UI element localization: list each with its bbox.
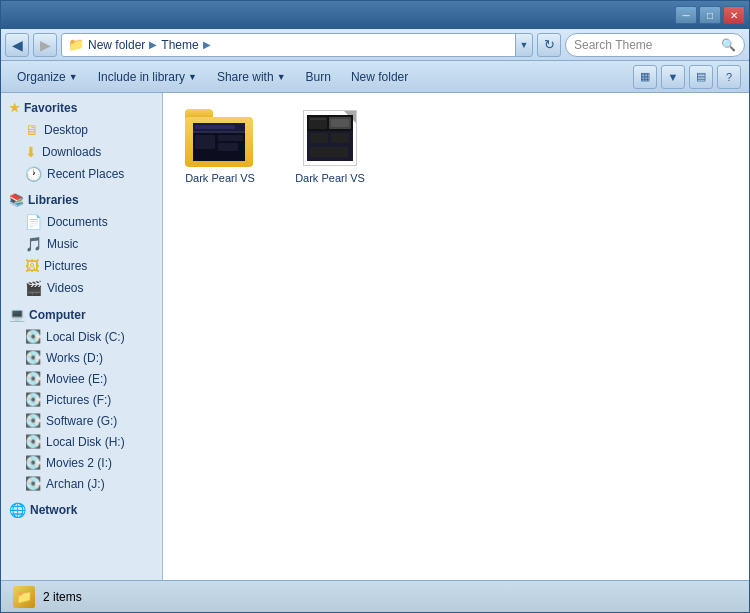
address-bar: ◀ ▶ 📁 New folder ▶ Theme ▶ ▼ ↻ Search Th… — [1, 29, 749, 61]
downloads-icon: ⬇ — [25, 144, 37, 160]
burn-button[interactable]: Burn — [298, 65, 339, 89]
libraries-icon: 📚 — [9, 193, 24, 207]
moviee-icon: 💽 — [25, 371, 41, 386]
softwareg-icon: 💽 — [25, 413, 41, 428]
share-with-button[interactable]: Share with ▼ — [209, 65, 294, 89]
svg-rect-12 — [331, 119, 349, 127]
help-button[interactable]: ? — [717, 65, 741, 89]
include-chevron: ▼ — [188, 72, 197, 82]
file-item-msstyles[interactable]: Dark Pearl VS — [285, 105, 375, 189]
recent-icon: 🕐 — [25, 166, 42, 182]
breadcrumb-part2[interactable]: Theme — [161, 38, 198, 52]
network-section: 🌐 Network — [1, 498, 162, 522]
sidebar-item-works[interactable]: 💽 Works (D:) — [1, 347, 162, 368]
breadcrumb[interactable]: 📁 New folder ▶ Theme ▶ — [61, 33, 518, 57]
sidebar-item-moviee[interactable]: 💽 Moviee (E:) — [1, 368, 162, 389]
view-dropdown-arrow: ▼ — [668, 71, 679, 83]
vs-preview-thumbnail — [193, 123, 245, 161]
favorites-icon: ★ — [9, 101, 20, 115]
search-icon[interactable]: 🔍 — [721, 38, 736, 52]
search-box: Search Theme 🔍 — [565, 33, 745, 57]
svg-rect-6 — [218, 135, 243, 141]
view-dropdown-button[interactable]: ▼ — [661, 65, 685, 89]
breadcrumb-arrow2: ▶ — [203, 39, 211, 50]
picturesf-icon: 💽 — [25, 392, 41, 407]
libraries-section: 📚 Libraries 📄 Documents 🎵 Music 🖼 Pictur… — [1, 189, 162, 299]
sidebar-item-localh[interactable]: 💽 Local Disk (H:) — [1, 431, 162, 452]
svg-rect-15 — [310, 133, 328, 143]
search-placeholder: Search Theme — [574, 38, 717, 52]
file-item-folder[interactable]: Dark Pearl VS — [175, 105, 265, 189]
archanj-label: Archan (J:) — [46, 477, 105, 491]
sidebar: ★ Favorites 🖥 Desktop ⬇ Downloads 🕐 Rece… — [1, 93, 163, 580]
localh-icon: 💽 — [25, 434, 41, 449]
sidebar-item-picturesf[interactable]: 💽 Pictures (F:) — [1, 389, 162, 410]
file-label-msstyles: Dark Pearl VS — [295, 171, 365, 185]
svg-rect-2 — [193, 131, 245, 133]
computer-section: 💻 Computer 💽 Local Disk (C:) 💽 Works (D:… — [1, 303, 162, 494]
network-label: Network — [30, 503, 77, 517]
sidebar-item-recent[interactable]: 🕐 Recent Places — [1, 163, 162, 185]
forward-button[interactable]: ▶ — [33, 33, 57, 57]
include-label: Include in library — [98, 70, 185, 84]
address-dropdown-button[interactable]: ▼ — [515, 33, 533, 57]
sidebar-item-desktop[interactable]: 🖥 Desktop — [1, 119, 162, 141]
moviee-label: Moviee (E:) — [46, 372, 107, 386]
refresh-button[interactable]: ↻ — [537, 33, 561, 57]
new-folder-label: New folder — [351, 70, 408, 84]
computer-header[interactable]: 💻 Computer — [1, 303, 162, 326]
msstyles-icon-container — [296, 109, 364, 167]
breadcrumb-part1[interactable]: New folder — [88, 38, 145, 52]
sidebar-item-documents[interactable]: 📄 Documents — [1, 211, 162, 233]
sidebar-item-archanj[interactable]: 💽 Archan (J:) — [1, 473, 162, 494]
documents-label: Documents — [47, 215, 108, 229]
svg-rect-14 — [310, 118, 326, 120]
favorites-header[interactable]: ★ Favorites — [1, 97, 162, 119]
sidebar-item-localc[interactable]: 💽 Local Disk (C:) — [1, 326, 162, 347]
libraries-header[interactable]: 📚 Libraries — [1, 189, 162, 211]
sidebar-item-videos[interactable]: 🎬 Videos — [1, 277, 162, 299]
organize-label: Organize — [17, 70, 66, 84]
svg-rect-5 — [195, 135, 215, 149]
network-icon: 🌐 — [9, 502, 26, 518]
msstyles-body — [303, 110, 357, 166]
documents-icon: 📄 — [25, 214, 42, 230]
msstyles-thumbnail — [307, 115, 353, 161]
minimize-button[interactable]: ─ — [675, 6, 697, 24]
svg-rect-7 — [218, 143, 238, 151]
works-label: Works (D:) — [46, 351, 103, 365]
include-library-button[interactable]: Include in library ▼ — [90, 65, 205, 89]
picturesf-label: Pictures (F:) — [46, 393, 111, 407]
archanj-icon: 💽 — [25, 476, 41, 491]
view-toggle-button[interactable]: ▦ — [633, 65, 657, 89]
desktop-icon: 🖥 — [25, 122, 39, 138]
works-icon: 💽 — [25, 350, 41, 365]
sidebar-item-softwareg[interactable]: 💽 Software (G:) — [1, 410, 162, 431]
share-chevron: ▼ — [277, 72, 286, 82]
maximize-button[interactable]: □ — [699, 6, 721, 24]
file-label-folder: Dark Pearl VS — [185, 171, 255, 185]
sidebar-item-music[interactable]: 🎵 Music — [1, 233, 162, 255]
sidebar-item-movies2[interactable]: 💽 Movies 2 (I:) — [1, 452, 162, 473]
breadcrumb-arrow1: ▶ — [149, 39, 157, 50]
svg-rect-16 — [331, 133, 349, 143]
localh-label: Local Disk (H:) — [46, 435, 125, 449]
libraries-label: Libraries — [28, 193, 79, 207]
back-button[interactable]: ◀ — [5, 33, 29, 57]
sidebar-item-downloads[interactable]: ⬇ Downloads — [1, 141, 162, 163]
network-header[interactable]: 🌐 Network — [1, 498, 162, 522]
music-label: Music — [47, 237, 78, 251]
organize-button[interactable]: Organize ▼ — [9, 65, 86, 89]
folder-body — [185, 117, 253, 167]
status-bar: 📁 2 items — [1, 580, 749, 612]
explorer-window: ─ □ ✕ ◀ ▶ 📁 New folder ▶ Theme ▶ ▼ ↻ Sea… — [0, 0, 750, 613]
sidebar-item-pictures[interactable]: 🖼 Pictures — [1, 255, 162, 277]
music-icon: 🎵 — [25, 236, 42, 252]
organize-chevron: ▼ — [69, 72, 78, 82]
pane-icon: ▤ — [696, 70, 706, 83]
close-button[interactable]: ✕ — [723, 6, 745, 24]
status-item-count: 2 items — [43, 590, 82, 604]
videos-icon: 🎬 — [25, 280, 42, 296]
new-folder-button[interactable]: New folder — [343, 65, 416, 89]
pane-button[interactable]: ▤ — [689, 65, 713, 89]
